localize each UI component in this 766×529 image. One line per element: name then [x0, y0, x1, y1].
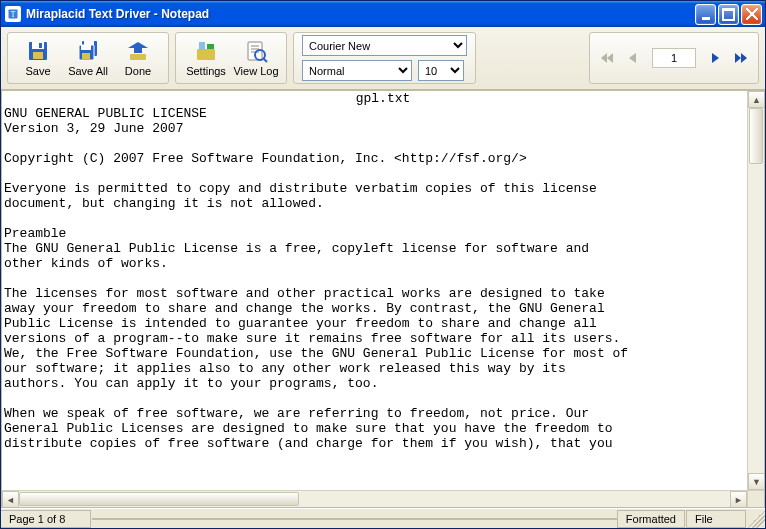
save-all-label: Save All [68, 65, 108, 77]
document-filename-line: gpl.txt [4, 91, 762, 106]
done-label: Done [125, 65, 151, 77]
action-toolbar-panel: Save Save All Done [7, 32, 169, 84]
view-log-icon [243, 39, 269, 63]
settings-toolbar-panel: Settings View Log [175, 32, 287, 84]
svg-rect-3 [32, 42, 44, 49]
save-all-button[interactable]: Save All [63, 35, 113, 82]
svg-marker-24 [607, 53, 613, 63]
font-size-select[interactable]: 10 [418, 60, 464, 81]
svg-marker-11 [128, 42, 148, 48]
svg-marker-27 [735, 53, 741, 63]
svg-marker-23 [601, 53, 607, 63]
resize-grip[interactable] [747, 510, 765, 528]
status-spacer [92, 518, 617, 520]
status-file: File [686, 510, 746, 528]
horizontal-scrollbar[interactable]: ◄ ► [2, 490, 747, 507]
svg-rect-12 [134, 48, 142, 53]
last-page-button[interactable] [730, 40, 752, 76]
status-formatted: Formatted [617, 510, 685, 528]
font-weight-select[interactable]: Normal [302, 60, 412, 81]
save-button[interactable]: Save [13, 35, 63, 82]
floppy-icon [25, 39, 51, 63]
pager-panel [589, 32, 759, 84]
scroll-down-button[interactable]: ▼ [748, 473, 765, 490]
font-family-select[interactable]: Courier New [302, 35, 467, 56]
svg-line-22 [263, 58, 267, 62]
window-title: Miraplacid Text Driver - Notepad [26, 7, 695, 21]
svg-rect-4 [33, 52, 43, 59]
svg-text:T: T [11, 10, 16, 19]
app-icon: T [5, 6, 21, 22]
done-button[interactable]: Done [113, 35, 163, 82]
svg-rect-14 [197, 49, 215, 60]
page-number-input[interactable] [652, 48, 696, 68]
vertical-scrollbar[interactable]: ▲ ▼ [747, 91, 764, 490]
svg-rect-5 [39, 43, 42, 48]
maximize-button[interactable] [718, 4, 739, 25]
document-body: GNU GENERAL PUBLIC LICENSE Version 3, 29… [4, 106, 628, 451]
title-bar: T Miraplacid Text Driver - Notepad [1, 1, 765, 27]
prev-page-button[interactable] [622, 40, 644, 76]
font-panel: Courier New Normal 10 [293, 32, 476, 84]
status-page: Page 1 of 8 [1, 510, 91, 528]
done-icon [125, 39, 151, 63]
next-page-button[interactable] [704, 40, 726, 76]
vscroll-thumb[interactable] [749, 108, 763, 164]
svg-rect-15 [199, 42, 205, 50]
svg-rect-13 [130, 54, 146, 60]
settings-label: Settings [186, 65, 226, 77]
content-area: gpl.txtGNU GENERAL PUBLIC LICENSE Versio… [1, 90, 765, 508]
svg-marker-28 [741, 53, 747, 63]
svg-marker-25 [629, 53, 636, 63]
hscroll-track[interactable] [19, 491, 730, 507]
first-page-button[interactable] [596, 40, 618, 76]
scroll-up-button[interactable]: ▲ [748, 91, 765, 108]
view-log-label: View Log [233, 65, 278, 77]
toolbar: Save Save All Done Settings View Log [1, 27, 765, 90]
settings-icon [193, 39, 219, 63]
text-viewer[interactable]: gpl.txtGNU GENERAL PUBLIC LICENSE Versio… [2, 91, 764, 507]
scroll-left-button[interactable]: ◄ [2, 491, 19, 508]
scroll-right-button[interactable]: ► [730, 491, 747, 508]
close-button[interactable] [741, 4, 762, 25]
svg-rect-9 [81, 45, 91, 50]
svg-rect-16 [207, 44, 214, 49]
status-bar: Page 1 of 8 Formatted File [1, 508, 765, 528]
svg-marker-26 [712, 53, 719, 63]
floppy-multi-icon [75, 39, 101, 63]
view-log-button[interactable]: View Log [231, 35, 281, 82]
vscroll-track[interactable] [748, 108, 764, 473]
scroll-corner [747, 490, 764, 507]
minimize-button[interactable] [695, 4, 716, 25]
settings-button[interactable]: Settings [181, 35, 231, 82]
svg-rect-10 [82, 53, 90, 59]
save-label: Save [25, 65, 50, 77]
hscroll-thumb[interactable] [19, 492, 299, 506]
window-controls [695, 4, 762, 25]
